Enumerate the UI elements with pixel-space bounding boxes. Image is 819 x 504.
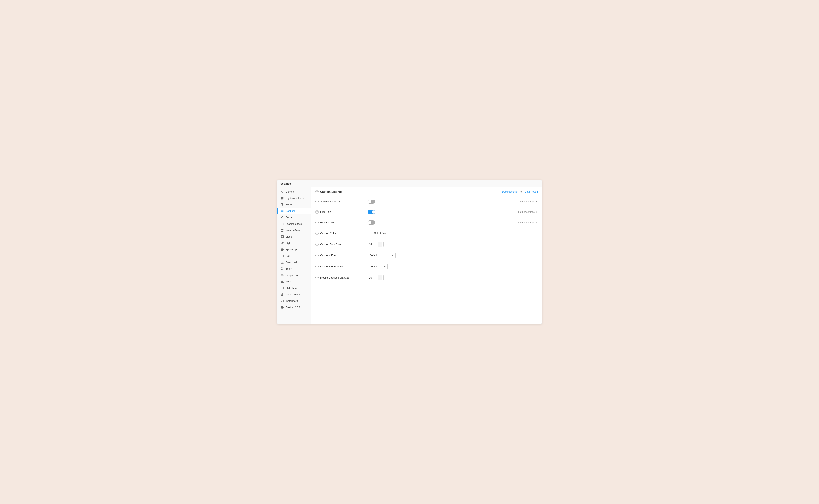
help-icon-hide-title[interactable]: ?: [315, 210, 319, 214]
control-show-gallery-title: [368, 200, 518, 204]
sidebar-item-watermark[interactable]: Watermark: [277, 298, 311, 304]
svg-rect-3: [282, 198, 283, 199]
toggle-show-gallery-title[interactable]: [368, 200, 375, 204]
toggle-hide-caption[interactable]: [368, 221, 375, 225]
sidebar-item-lightbox[interactable]: Lightbox & Links: [277, 195, 311, 201]
sidebar-item-exif[interactable]: EXIF: [277, 253, 311, 259]
sidebar-label-customcss: Custom CSS: [286, 306, 300, 309]
sidebar-label-general: General: [286, 190, 294, 193]
sidebar-item-speedup[interactable]: Speed Up: [277, 246, 311, 253]
loading-icon: [281, 222, 284, 226]
sidebar-item-zoom[interactable]: Zoom: [277, 266, 311, 272]
select-color-button[interactable]: Select Color: [368, 231, 389, 236]
help-icon-hide-caption[interactable]: ?: [315, 221, 319, 224]
spinner-up-caption-font-size[interactable]: ▲: [378, 242, 382, 244]
sidebar: General Lightbox & Links Filters Caption…: [277, 187, 311, 324]
sidebar-item-slideshow[interactable]: Slideshow: [277, 285, 311, 291]
setting-label-caption-color: ? Caption Color: [315, 232, 368, 235]
setting-label-mobile-caption-font-size: ? Mobile Caption Font Size: [315, 276, 368, 279]
documentation-link[interactable]: Documentation: [502, 190, 518, 193]
svg-rect-2: [281, 198, 282, 199]
sidebar-item-social[interactable]: Social: [277, 214, 311, 221]
help-icon-caption-font-size[interactable]: ?: [315, 243, 319, 246]
help-icon-caption-color[interactable]: ?: [315, 232, 319, 235]
captions-icon: [281, 209, 284, 213]
svg-rect-8: [281, 255, 283, 257]
sidebar-label-hover: Hover effects: [286, 229, 300, 232]
font-style-select-captions-font-style[interactable]: DefaultNormalItalicBold: [368, 264, 388, 269]
settings-section: ? Show Gallery Title 1 other settings ▼ …: [311, 196, 542, 283]
sidebar-item-hover[interactable]: Hover effects: [277, 227, 311, 234]
help-icon-mobile-caption-font-size[interactable]: ?: [315, 276, 319, 279]
video-icon: [281, 235, 284, 238]
sidebar-label-style: Style: [286, 242, 291, 245]
select-color-label: Select Color: [374, 232, 387, 235]
sidebar-label-filters: Filters: [286, 203, 292, 206]
sidebar-item-responsive[interactable]: Responsive: [277, 272, 311, 278]
sidebar-item-captions[interactable]: Captions: [277, 208, 311, 214]
select-captions-font[interactable]: DefaultArialGeorgiaVerdana: [368, 253, 396, 258]
extra-show-gallery-title[interactable]: 1 other settings ▼: [518, 200, 538, 203]
sidebar-label-exif: EXIF: [286, 255, 291, 257]
expand-arrow-hide-caption: ▲: [535, 221, 538, 224]
spinner-down-caption-font-size[interactable]: ▼: [378, 244, 382, 247]
control-mobile-caption-font-size: ▲ ▼ px: [368, 275, 538, 280]
control-caption-font-size: ▲ ▼ px: [368, 242, 538, 247]
extra-hide-caption[interactable]: 5 other settings ▲: [518, 221, 538, 224]
passprotect-icon: [281, 293, 284, 296]
spinner-down-mobile-caption-font-size[interactable]: ▼: [378, 278, 382, 280]
help-icon-show-gallery-title[interactable]: ?: [315, 200, 319, 203]
setting-label-captions-font-style: ? Captions Font Style: [315, 265, 368, 268]
get-in-touch-link[interactable]: Get in touch: [525, 190, 538, 193]
hover-icon: [281, 229, 284, 232]
extra-text-show-gallery-title: 1 other settings: [518, 200, 535, 203]
sidebar-item-filters[interactable]: Filters: [277, 201, 311, 208]
setting-row-captions-font: ? Captions Font DefaultArialGeorgiaVerda…: [315, 250, 538, 261]
label-text-hide-caption: Hide Caption: [320, 221, 335, 224]
setting-label-hide-caption: ? Hide Caption: [315, 221, 368, 224]
unit-label-caption-font-size: px: [386, 243, 389, 246]
svg-rect-9: [281, 287, 283, 289]
setting-label-hide-title: ? Hide Title: [315, 210, 368, 214]
misc-icon: [281, 280, 284, 283]
svg-rect-5: [282, 229, 283, 230]
help-icon-captions-font-style[interactable]: ?: [315, 265, 319, 268]
sidebar-item-style[interactable]: Style: [277, 240, 311, 246]
label-text-captions-font: Captions Font: [320, 254, 336, 257]
spinner-up-mobile-caption-font-size[interactable]: ▲: [378, 275, 382, 278]
sidebar-item-general[interactable]: General: [277, 189, 311, 195]
help-icon-captions-font[interactable]: ?: [315, 254, 319, 257]
expand-arrow-hide-title: ▼: [535, 211, 538, 213]
watermark-icon: [281, 299, 284, 303]
sidebar-item-video[interactable]: Video: [277, 234, 311, 240]
extra-hide-title[interactable]: 5 other settings ▼: [518, 211, 538, 213]
zoom-icon: [281, 267, 284, 270]
sidebar-label-social: Social: [286, 216, 292, 219]
control-hide-title: [368, 210, 518, 214]
caption-settings-help-icon[interactable]: ?: [315, 190, 319, 193]
settings-title-bar: Settings: [277, 180, 542, 187]
label-text-captions-font-style: Captions Font Style: [320, 265, 343, 268]
number-input-caption-font-size[interactable]: [368, 242, 378, 247]
sidebar-label-loading: Loading effects: [286, 223, 303, 225]
svg-rect-0: [281, 197, 282, 198]
label-text-caption-color: Caption Color: [320, 232, 336, 235]
number-input-mobile-caption-font-size[interactable]: [368, 275, 378, 280]
content-header: ? Caption Settings Documentation - or - …: [311, 187, 542, 196]
settings-title: Settings: [280, 182, 291, 185]
content-header-right: Documentation - or - Get in touch: [502, 190, 538, 193]
label-text-show-gallery-title: Show Gallery Title: [320, 200, 341, 203]
sidebar-item-customcss[interactable]: Custom CSS: [277, 304, 311, 311]
sidebar-label-watermark: Watermark: [286, 300, 298, 302]
sidebar-label-zoom: Zoom: [286, 267, 292, 270]
sidebar-item-passprotect[interactable]: Pass Protect: [277, 291, 311, 298]
toggle-hide-title[interactable]: [368, 210, 375, 214]
sidebar-item-download[interactable]: Download: [277, 259, 311, 266]
control-captions-font: DefaultArialGeorgiaVerdana: [368, 253, 538, 258]
download-icon: [281, 261, 284, 264]
setting-label-show-gallery-title: ? Show Gallery Title: [315, 200, 368, 203]
label-text-caption-font-size: Caption Font Size: [320, 243, 341, 246]
sidebar-item-loading[interactable]: Loading effects: [277, 221, 311, 227]
sidebar-item-misc[interactable]: Misc: [277, 278, 311, 285]
setting-row-show-gallery-title: ? Show Gallery Title 1 other settings ▼: [315, 196, 538, 207]
